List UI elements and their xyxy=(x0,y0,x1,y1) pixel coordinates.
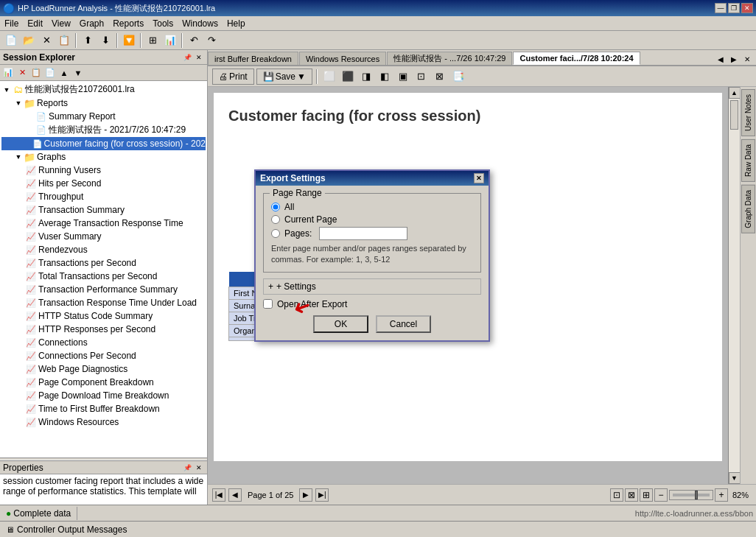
settings-label: + Settings xyxy=(276,281,316,292)
pages-input-field[interactable] xyxy=(319,227,407,240)
open-after-export-checkbox[interactable] xyxy=(263,299,273,309)
cancel-button[interactable]: Cancel xyxy=(376,315,431,333)
radio-all-row: All xyxy=(271,202,473,212)
settings-expand-icon: + xyxy=(268,281,273,292)
radio-pages-label[interactable]: Pages: xyxy=(284,228,312,239)
radio-all-label[interactable]: All xyxy=(284,202,294,212)
radio-current-page[interactable] xyxy=(271,215,280,224)
open-after-export-row: Open After Export xyxy=(263,299,481,309)
ok-button[interactable]: OK xyxy=(313,315,368,333)
radio-current-label[interactable]: Current Page xyxy=(284,214,337,225)
dialog-close-button[interactable]: ✕ xyxy=(474,173,484,183)
radio-pages[interactable] xyxy=(271,229,280,238)
open-after-export-label[interactable]: Open After Export xyxy=(277,299,347,309)
page-range-group: Page Range All Current Page Pages: Enter… xyxy=(263,193,481,273)
page-range-label: Page Range xyxy=(270,188,325,198)
dialog-title-bar: Export Settings ✕ xyxy=(256,171,489,186)
dialog-buttons: OK Cancel ➜ xyxy=(263,315,481,333)
dialog-body: Page Range All Current Page Pages: Enter… xyxy=(256,186,489,340)
export-settings-dialog: Export Settings ✕ Page Range All Current… xyxy=(254,169,490,342)
radio-pages-row: Pages: xyxy=(271,227,473,240)
dialog-title-text: Export Settings xyxy=(260,173,326,183)
radio-current-row: Current Page xyxy=(271,214,473,225)
hint-text: Enter page number and/or pages ranges se… xyxy=(271,243,473,266)
settings-row[interactable]: + + Settings xyxy=(263,278,481,295)
dialog-overlay: Export Settings ✕ Page Range All Current… xyxy=(0,0,756,537)
radio-all[interactable] xyxy=(271,203,280,211)
